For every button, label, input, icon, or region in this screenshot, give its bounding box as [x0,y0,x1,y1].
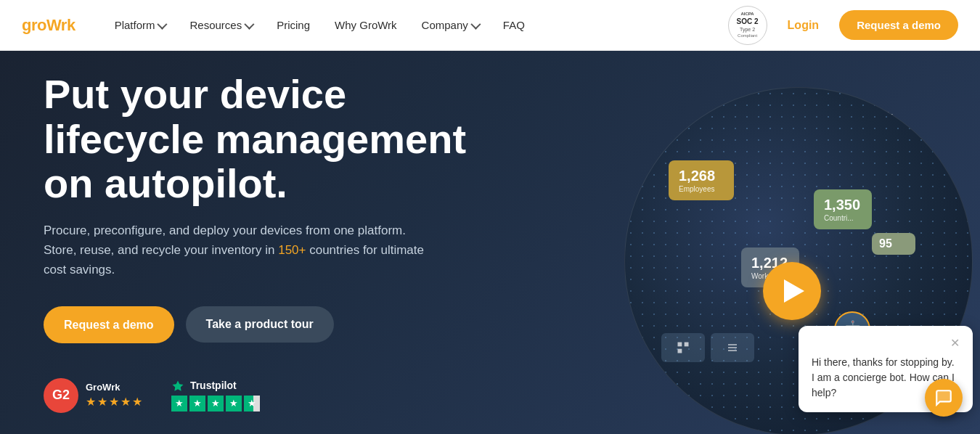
soc-aicpa: AICPA [740,12,754,17]
employees-number: 1,268 [679,168,724,184]
navbar: groWrk Platform Resources Pricing Why Gr… [0,0,980,51]
nav-links: Platform Resources Pricing Why GroWrk Co… [105,13,728,37]
nav-item-resources[interactable]: Resources [179,13,262,37]
countries-number: 1,350 [824,197,862,213]
logo-text-gro: gro [22,16,46,34]
star-2: ★ [97,395,107,409]
nav-right: AICPA SOC 2 Type 2 Compliant Login Reque… [728,6,958,45]
hero-highlight: 150+ [278,243,306,257]
chevron-down-icon [245,19,255,29]
nav-request-demo-button[interactable]: Request a demo [839,10,958,40]
badges-row: G2 GroWrk ★ ★ ★ ★ ★ Trustpilot [44,378,508,413]
tp-star-1: ★ [171,396,187,412]
hero-section: Put your device lifecycle management on … [0,51,980,434]
svg-rect-3 [678,349,682,353]
star-5: ★ [132,395,142,409]
tp-star-4: ★ [226,396,242,412]
hero-title: Put your device lifecycle management on … [44,72,508,206]
trustpilot-badge: Trustpilot ★ ★ ★ ★ ★ [171,380,260,412]
svg-rect-1 [678,343,682,347]
nav-item-faq[interactable]: FAQ [493,13,535,37]
toolbar-visual [661,333,754,362]
chat-header: ✕ [812,337,960,349]
tp-star-3: ★ [208,396,224,412]
g2-logo: G2 [44,378,78,413]
nav-item-why-growrk[interactable]: Why GroWrk [324,13,407,37]
toolbar-item-1 [661,333,705,362]
chat-close-button[interactable]: ✕ [950,337,960,349]
nav-item-pricing[interactable]: Pricing [266,13,320,37]
play-icon [784,279,804,303]
trustpilot-stars: ★ ★ ★ ★ ★ [171,396,260,412]
logo-text-w: W [46,16,61,34]
tp-star-5-half: ★ [244,396,260,412]
star-3: ★ [109,395,119,409]
stat-card-small: 95 [872,233,915,255]
chat-fab-button[interactable] [925,379,963,417]
nav-item-platform[interactable]: Platform [105,13,176,37]
logo[interactable]: groWrk [22,16,75,35]
hero-product-tour-button[interactable]: Take a product tour [186,306,334,343]
toolbar-item-2 [711,333,754,362]
countries-label: Countri... [824,214,854,222]
star-1: ★ [86,395,96,409]
stat-card-countries: 1,350 Countri... [814,189,872,229]
login-button[interactable]: Login [779,13,828,38]
soc-badge: AICPA SOC 2 Type 2 Compliant [728,6,767,45]
g2-stars: ★ ★ ★ ★ ★ [86,395,142,409]
stat-card-employees: 1,268 Employees [669,160,734,200]
play-button[interactable] [763,262,821,320]
hero-buttons: Request a demo Take a product tour [44,306,508,343]
hero-request-demo-button[interactable]: Request a demo [44,306,174,343]
trustpilot-label: Trustpilot [171,380,260,393]
star-4: ★ [121,395,131,409]
soc-type: SOC 2 [737,17,759,26]
svg-marker-0 [173,380,184,390]
tp-star-2: ★ [189,396,205,412]
logo-text-rk: rk [61,16,75,34]
nav-item-company[interactable]: Company [412,13,489,37]
employees-label: Employees [679,185,714,193]
small-number: 95 [879,237,908,250]
chevron-down-icon [158,19,168,29]
soc-type2: Type 2 [740,26,755,33]
svg-rect-2 [685,343,689,347]
hero-content: Put your device lifecycle management on … [44,72,508,413]
soc-compliant: Compliant [738,33,757,39]
g2-badge: G2 GroWrk ★ ★ ★ ★ ★ [44,378,142,413]
chevron-down-icon [470,19,481,29]
chat-fab-icon [934,388,953,407]
hero-subtitle: Procure, preconfigure, and deploy your d… [44,221,436,280]
g2-company-name: GroWrk [86,382,142,393]
